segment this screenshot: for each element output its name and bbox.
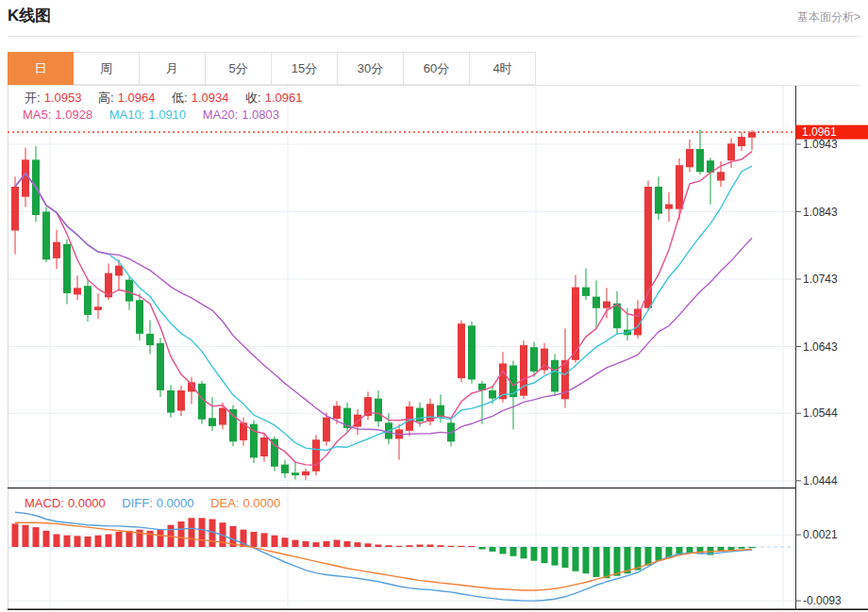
macd-bar[interactable] [199,518,206,547]
macd-bar[interactable] [313,542,320,547]
candle-body[interactable] [312,439,320,471]
candle-body[interactable] [63,244,71,293]
candle-body[interactable] [146,334,154,345]
macd-bar[interactable] [12,523,19,547]
macd-bar[interactable] [324,541,330,547]
macd-bar[interactable] [33,527,40,547]
tab-5分[interactable]: 5分 [206,52,272,85]
macd-bar[interactable] [645,547,652,566]
tab-月[interactable]: 月 [140,52,206,85]
macd-bar[interactable] [303,541,309,547]
candle-body[interactable] [468,325,476,379]
candle-body[interactable] [551,360,559,392]
candle-body[interactable] [94,306,102,310]
macd-bar[interactable] [23,525,29,547]
kline-chart[interactable]: 1.09431.08431.07431.06431.05441.04440.00… [8,86,868,612]
macd-bar[interactable] [261,533,268,547]
tab-15分[interactable]: 15分 [272,52,338,85]
macd-bar[interactable] [272,536,278,547]
macd-bar[interactable] [542,547,548,563]
candle-body[interactable] [229,409,237,441]
macd-bar[interactable] [376,545,382,548]
macd-bar[interactable] [64,536,71,547]
macd-bar[interactable] [417,545,424,548]
candle-body[interactable] [644,187,652,308]
macd-bar[interactable] [552,547,559,566]
macd-bar[interactable] [292,540,299,547]
macd-bar[interactable] [739,547,745,549]
macd-bar[interactable] [438,545,444,547]
macd-bar[interactable] [355,542,361,547]
candle-body[interactable] [582,288,590,296]
macd-bar[interactable] [583,547,590,573]
candle-body[interactable] [167,390,175,413]
candle-body[interactable] [748,132,756,138]
candle-body[interactable] [125,280,133,302]
macd-bar[interactable] [614,547,621,576]
candle-body[interactable] [115,266,123,276]
tab-日[interactable]: 日 [8,52,74,85]
candle-body[interactable] [603,302,610,308]
macd-bar[interactable] [469,546,476,547]
macd-bar[interactable] [386,545,392,547]
macd-bar[interactable] [562,547,569,568]
macd-bar[interactable] [334,540,341,547]
candle-body[interactable] [655,187,662,214]
candle-body[interactable] [665,205,673,209]
macd-bar[interactable] [365,543,372,547]
candle-body[interactable] [489,390,496,399]
tab-周[interactable]: 周 [74,52,140,85]
candle-body[interactable] [738,137,745,146]
candle-body[interactable] [696,149,704,172]
candle-body[interactable] [209,418,216,426]
candle-body[interactable] [323,418,330,442]
macd-bar[interactable] [147,531,154,547]
candle-body[interactable] [375,399,382,422]
tab-60分[interactable]: 60分 [404,52,470,85]
macd-bar[interactable] [510,547,517,556]
macd-bar[interactable] [95,536,102,547]
candle-body[interactable] [22,159,29,196]
candle-body[interactable] [281,465,289,473]
macd-bar[interactable] [521,547,527,558]
macd-bar[interactable] [593,547,600,577]
candle-body[interactable] [676,165,683,209]
tab-30分[interactable]: 30分 [338,52,404,85]
candle-body[interactable] [219,408,226,425]
macd-bar[interactable] [54,535,60,548]
candle-body[interactable] [292,472,299,475]
macd-bar[interactable] [687,547,693,553]
candle-body[interactable] [416,408,424,422]
macd-bar[interactable] [500,547,507,554]
candle-body[interactable] [530,347,538,372]
candle-body[interactable] [727,143,735,160]
macd-bar[interactable] [43,531,50,547]
tab-4时[interactable]: 4时 [470,52,536,85]
macd-bar[interactable] [116,532,123,547]
candle-body[interactable] [593,297,600,308]
candle-body[interactable] [686,149,693,167]
macd-bar[interactable] [85,537,92,547]
candles-layer[interactable] [11,129,756,480]
macd-bar[interactable] [75,536,81,547]
macd-bar[interactable] [531,547,538,561]
candle-body[interactable] [74,288,81,294]
macd-bar[interactable] [251,532,258,547]
macd-bar[interactable] [158,530,164,547]
candle-body[interactable] [136,300,143,334]
macd-bar[interactable] [448,546,455,547]
macd-bar[interactable] [728,547,735,550]
candle-body[interactable] [177,390,185,411]
candle-body[interactable] [157,343,164,390]
candle-body[interactable] [333,405,341,419]
macd-bar[interactable] [573,547,579,571]
macd-bar[interactable] [396,546,403,547]
candle-body[interactable] [717,172,725,180]
macd-bar[interactable] [344,541,351,547]
candle-body[interactable] [260,438,268,456]
candle-body[interactable] [53,242,60,258]
macd-bar[interactable] [178,521,185,547]
fundamental-analysis-link[interactable]: 基本面分析> [797,9,860,25]
candle-body[interactable] [11,187,19,231]
candle-body[interactable] [458,323,465,378]
